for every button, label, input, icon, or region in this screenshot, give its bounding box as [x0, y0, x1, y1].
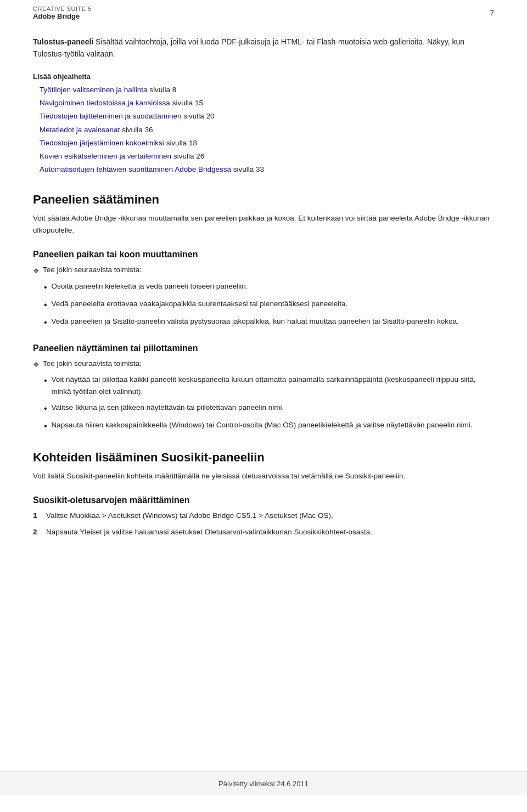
- list-item: Kuvien esikatseleminen ja vertaileminen …: [40, 150, 494, 162]
- bullet-list-2: Voit näyttää tai piilottaa kaikki paneel…: [44, 374, 494, 433]
- link-kuvien-esikatseleminen[interactable]: Kuvien esikatseleminen ja vertaileminen: [40, 152, 171, 160]
- tee-jokin-1: ❖ Tee jokin seuraavista toimista:: [33, 264, 494, 277]
- numbered-item: 2 Napsauta Yleiset ja valitse haluamasi …: [33, 526, 494, 538]
- bullet-list-1: Osoita paneelin kielekettä ja vedä panee…: [44, 280, 494, 330]
- diamond-icon-2: ❖: [33, 359, 40, 370]
- intro-paragraph: Tulostus-paneeli Sisältää vaihtoehtoja, …: [33, 36, 494, 60]
- link-metatiedot[interactable]: Metatiedot ja avainsanat: [40, 126, 120, 134]
- bullet-text: Vedä paneeleita erottavaa vaakajakopalkk…: [52, 298, 348, 310]
- tee-jokin-2: ❖ Tee jokin seuraavista toimista:: [33, 358, 494, 370]
- list-item: Työtilojen valitseminen ja hallinta sivu…: [40, 84, 494, 96]
- paikan-koon-heading: Paneelien paikan tai koon muuttaminen: [33, 250, 494, 260]
- page-ref: sivulla 26: [173, 152, 204, 160]
- page-ref: sivulla 15: [172, 99, 203, 107]
- lisaa-ohjeaiheita-section: Lisää ohjeaiheita Työtilojen valitsemine…: [33, 72, 494, 176]
- bullet-item: Osoita paneelin kielekettä ja vedä panee…: [44, 280, 494, 295]
- list-item: Navigoiminen tiedostoissa ja kansioissa …: [40, 97, 494, 109]
- kohteiden-lisaaminen-heading: Kohteiden lisääminen Suosikit-paneeliin: [33, 450, 494, 465]
- suite-title: CREATIVE SUITE 5: [33, 5, 92, 12]
- bullet-text: Vedä paneelien ja Sisältö-paneelin välis…: [52, 315, 459, 328]
- list-item: Tiedostojen järjestäminen kokoelmiksi si…: [40, 137, 494, 149]
- link-tiedostojen-lajittelu[interactable]: Tiedostojen lajitteleminen ja suodattami…: [40, 112, 181, 120]
- kohteiden-lisaaminen-intro: Voit lisätä Suosikit-paneeliin kohteita …: [33, 470, 494, 482]
- item-text: Valitse Muokkaa > Asetukset (Windows) ta…: [46, 510, 333, 522]
- item-number: 1: [33, 510, 41, 522]
- page-ref: sivulla 36: [122, 126, 153, 134]
- bullet-text: Osoita paneelin kielekettä ja vedä panee…: [52, 280, 248, 292]
- page-number: 7: [490, 9, 494, 17]
- numbered-item: 1 Valitse Muokkaa > Asetukset (Windows) …: [33, 510, 494, 522]
- paneelien-saataminen-heading: Paneelien säätäminen: [33, 193, 494, 207]
- diamond-icon-1: ❖: [33, 265, 40, 277]
- bullet-item: Valitse Ikkuna ja sen jälkeen näytettävä…: [44, 402, 494, 416]
- lisaa-heading: Lisää ohjeaiheita: [33, 72, 494, 81]
- item-text: Napsauta Yleiset ja valitse haluamasi as…: [46, 526, 372, 538]
- page-ref: sivulla 20: [183, 112, 214, 120]
- bullet-text: Valitse Ikkuna ja sen jälkeen näytettävä…: [52, 402, 284, 414]
- bullet-text: Voit näyttää tai piilottaa kaikki paneel…: [52, 374, 494, 398]
- page-header: CREATIVE SUITE 5 Adobe Bridge 7: [33, 0, 494, 22]
- list-item: Metatiedot ja avainsanat sivulla 36: [40, 124, 494, 136]
- bullet-item: Vedä paneelien ja Sisältö-paneelin välis…: [44, 315, 494, 330]
- intro-text: Sisältää vaihtoehtoja, joilla voi luoda …: [33, 37, 464, 58]
- tee-jokin-label-2: Tee jokin seuraavista toimista:: [43, 358, 142, 370]
- page-ref: sivulla 33: [233, 165, 264, 173]
- link-navigoiminen[interactable]: Navigoiminen tiedostoissa ja kansioissa: [40, 99, 170, 107]
- header-left: CREATIVE SUITE 5 Adobe Bridge: [33, 5, 92, 20]
- footer-text: Päivitetty viimeksi 24.6.2011: [218, 780, 309, 788]
- suosikit-oletusarvojen-heading: Suosikit-oletusarvojen määrittäminen: [33, 495, 494, 505]
- list-item: Tiedostojen lajitteleminen ja suodattami…: [40, 110, 494, 122]
- tee-jokin-label-1: Tee jokin seuraavista toimista:: [43, 264, 142, 276]
- bullet-item: Voit näyttää tai piilottaa kaikki paneel…: [44, 374, 494, 398]
- item-number: 2: [33, 526, 41, 538]
- link-tyotilojen[interactable]: Työtilojen valitseminen ja hallinta: [40, 86, 148, 94]
- product-title: Adobe Bridge: [33, 12, 92, 20]
- intro-bold: Tulostus-paneeli: [33, 37, 93, 46]
- page-footer: Päivitetty viimeksi 24.6.2011: [0, 771, 527, 796]
- list-item: Automatisoitujen tehtävien suorittaminen…: [40, 163, 494, 176]
- bullet-text: Napsauta hiiren kakkospainikkeella (Wind…: [52, 419, 473, 431]
- bullet-item: Vedä paneeleita erottavaa vaakajakopalkk…: [44, 298, 494, 312]
- link-tiedostojen-jarjestaminen[interactable]: Tiedostojen järjestäminen kokoelmiksi: [40, 139, 164, 147]
- numbered-list-1: 1 Valitse Muokkaa > Asetukset (Windows) …: [33, 510, 494, 539]
- page-ref: sivulla 8: [149, 86, 176, 94]
- lisaa-list: Työtilojen valitseminen ja hallinta sivu…: [40, 84, 494, 176]
- bullet-item: Napsauta hiiren kakkospainikkeella (Wind…: [44, 419, 494, 433]
- paneelien-saataminen-intro: Voit säätää Adobe Bridge -ikkunaa muutta…: [33, 212, 494, 237]
- link-automatisoitujen[interactable]: Automatisoitujen tehtävien suorittaminen…: [40, 165, 231, 173]
- nayttaminen-piilottaminen-heading: Paneelien näyttäminen tai piilottaminen: [33, 343, 494, 353]
- page-ref: sivulla 18: [166, 139, 197, 147]
